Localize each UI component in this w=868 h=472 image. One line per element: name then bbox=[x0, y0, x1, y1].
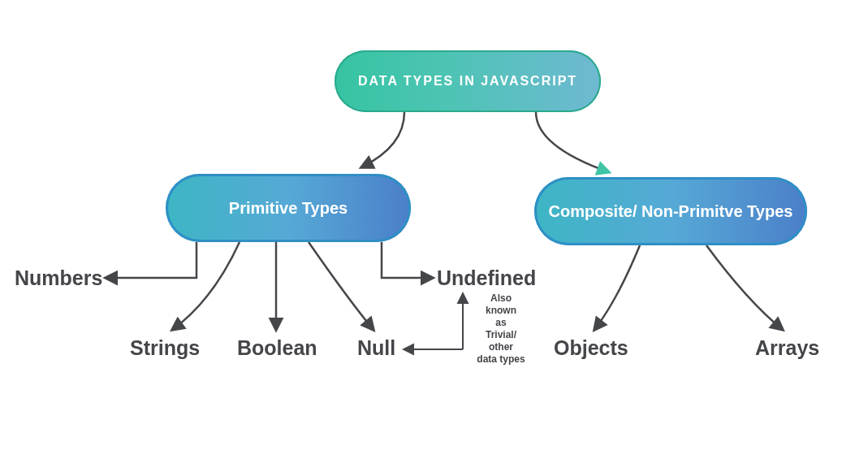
root-node: DATA TYPES IN JAVASCRIPT bbox=[335, 50, 601, 112]
arrow-primitive-to-null bbox=[309, 242, 374, 330]
leaf-boolean: Boolean bbox=[237, 336, 317, 360]
arrow-root-to-primitive bbox=[361, 112, 404, 167]
leaf-strings: Strings bbox=[130, 336, 200, 360]
diagram-canvas: { "root": { "label": "DATA TYPES IN JAVA… bbox=[0, 0, 868, 472]
leaf-objects: Objects bbox=[554, 336, 628, 360]
leaf-undefined: Undefined bbox=[437, 266, 536, 290]
composite-types-node: Composite/ Non-Primitve Types bbox=[534, 177, 807, 245]
leaf-null: Null bbox=[357, 336, 395, 360]
leaf-numbers: Numbers bbox=[15, 266, 102, 290]
arrow-composite-to-objects bbox=[594, 245, 640, 330]
trivial-note: Also known as Trivial/ other data types bbox=[473, 292, 529, 366]
arrow-primitive-to-strings bbox=[172, 242, 240, 330]
primitive-label: Primitive Types bbox=[229, 199, 348, 218]
arrow-primitive-to-undefined bbox=[382, 242, 433, 278]
arrow-composite-to-arrays bbox=[706, 245, 783, 330]
root-label: DATA TYPES IN JAVASCRIPT bbox=[358, 74, 577, 89]
arrow-primitive-to-numbers bbox=[106, 242, 196, 278]
composite-label: Composite/ Non-Primitve Types bbox=[549, 201, 793, 222]
primitive-types-node: Primitive Types bbox=[166, 174, 411, 242]
leaf-arrays: Arrays bbox=[755, 336, 819, 360]
arrow-root-to-composite bbox=[536, 112, 609, 172]
